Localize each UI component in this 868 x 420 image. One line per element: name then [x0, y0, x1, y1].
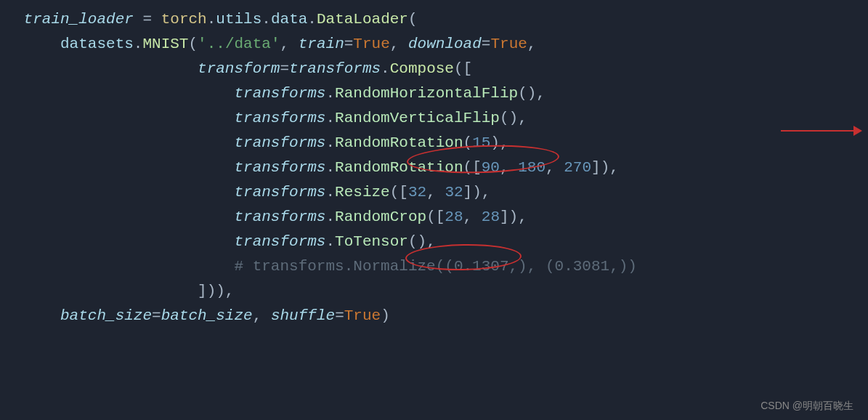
code-line-5: transforms.RandomVerticalFlip(),	[15, 110, 527, 126]
code-block: train_loader = torch.utils.data.DataLoad…	[15, 7, 853, 328]
code-line-10: transforms.ToTensor(),	[15, 233, 436, 250]
code-line-7: transforms.RandomRotation([90, 180, 270]…	[15, 159, 619, 176]
code-line-9: transforms.RandomCrop([28, 28]),	[15, 209, 527, 225]
code-line-1: train_loader = torch.utils.data.DataLoad…	[15, 11, 418, 28]
code-line-12: ])),	[15, 283, 234, 299]
code-line-2: datasets.MNIST('../data', train=True, do…	[15, 36, 536, 52]
code-line-3: transform=transforms.Compose([	[15, 60, 472, 77]
code-line-11: # transforms.Normalize((0.1307,), (0.308…	[15, 258, 637, 275]
code-line-6: transforms.RandomRotation(15),	[15, 134, 509, 151]
code-line-4: transforms.RandomHorizontalFlip(),	[15, 85, 545, 102]
code-line-8: transforms.Resize([32, 32]),	[15, 184, 490, 201]
code-line-13: batch_size=batch_size, shuffle=True)	[15, 307, 390, 324]
watermark: CSDN @明朝百晓生	[760, 397, 853, 414]
